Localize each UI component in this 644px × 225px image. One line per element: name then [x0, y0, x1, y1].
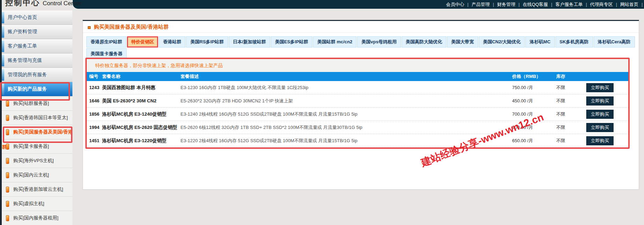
- sidebar-subitem-label: 购买[香港韩国日本等亚太]: [13, 115, 68, 121]
- cell-plan-desc: E3-1240 2核4线程 16G内存 512G SSD或2TB硬盘 100M不…: [181, 111, 502, 117]
- sidebar-subitem-label: 购买[显卡服务器]: [13, 143, 49, 150]
- tab[interactable]: 美国ES多IP站群: [271, 36, 312, 48]
- orange-block-icon: [6, 172, 9, 178]
- top-menu: 会员中心 | 产品管理 | 财务管理 | 在线QQ客服 | 客户服务工单 | 代…: [443, 0, 643, 9]
- square-bullet-icon: [88, 26, 91, 29]
- table-body: 1243 美国西雅图站群 本月特惠 E3-1230 16G内存 1TB硬盘 10…: [87, 81, 628, 147]
- cell-plan-price: 700.00 /月: [502, 111, 551, 117]
- item-accent-bar-icon: [2, 12, 4, 23]
- promo-notice: 特价独立服务器，部分非快速上架，急用请选择快速上架产品: [87, 59, 628, 72]
- cell-plan-id: 1451: [87, 138, 102, 143]
- tab[interactable]: 美国高防大陆优化: [402, 36, 446, 48]
- item-accent-bar-icon: [2, 84, 4, 95]
- cell-action: 立即购买: [586, 123, 628, 132]
- item-accent-bar-icon: [2, 55, 4, 66]
- orange-block-icon: [6, 115, 9, 121]
- top-menu-item[interactable]: 网站首页: [617, 1, 642, 8]
- cell-plan-name: 美国 E5-2630*2 30M CN2: [102, 98, 181, 104]
- sidebar-item-label: 购买新的产品服务: [2, 86, 47, 92]
- sidebar-subitem[interactable]: 购买[国内服务器租用]: [2, 211, 72, 225]
- buy-now-button[interactable]: 立即购买: [586, 96, 614, 106]
- item-accent-bar-icon: [2, 26, 4, 38]
- sidebar-item-label: 账务管理与充值: [2, 57, 42, 64]
- sidebar-item-label: 管理我的所有服务: [2, 72, 47, 78]
- menu-separator: |: [642, 2, 643, 7]
- col-header-name: 套餐名称: [102, 73, 181, 80]
- table-row: 1994 洛杉矶MC机房 E5-2620 固态促销型 E5-2620 6核12线…: [87, 121, 628, 134]
- col-header-id: 编号: [87, 73, 102, 80]
- sidebar-item[interactable]: 客户服务工单: [2, 39, 72, 53]
- orange-block-icon: [6, 201, 9, 207]
- cell-plan-price: 900.00 /月: [502, 124, 551, 131]
- sidebar-subitem[interactable]: 购买[香港韩国日本等亚太]: [2, 111, 72, 125]
- sidebar-subitem-label: 购买[国内云主机]: [13, 172, 49, 178]
- cell-plan-desc: E3-1230 16G内存 1TB硬盘 100M大陆优化 不限流量 1C段253…: [181, 85, 502, 91]
- sidebar-subitem-label: 购买[香港新加坡云主机]: [13, 186, 63, 193]
- tab[interactable]: 香港站群: [159, 36, 185, 48]
- top-menu-item[interactable]: 客户服务工单: [552, 1, 586, 8]
- buy-now-button[interactable]: 立即购买: [586, 110, 614, 119]
- cell-plan-id: 1243: [87, 85, 102, 90]
- sidebar: 用户中心首页 账户资料管理 客户服务工单 账务管理与充值 管理我的所有服务: [2, 10, 72, 225]
- product-tabs: 香港原生IP站群 特价促销区 香港站群 美国RS多IP站群 日本/新加坡站群 美…: [83, 33, 639, 59]
- sidebar-subitem[interactable]: 购买[香港新加坡云主机]: [2, 182, 72, 197]
- tab[interactable]: 美国vps母鸡租用: [357, 36, 401, 48]
- top-menu-item[interactable]: 代理商专区: [587, 1, 616, 8]
- sidebar-subitem-label: 购买[国内服务器租用]: [13, 215, 58, 221]
- orange-block-icon: [6, 129, 9, 135]
- tab[interactable]: 日本/新加坡站群: [229, 36, 270, 48]
- table-row: 1646 美国 E5-2630*2 30M CN2 E5-2630*2 32G内…: [87, 94, 628, 108]
- tab[interactable]: 洛杉矶Cera高防: [594, 36, 635, 48]
- top-menu-item[interactable]: 财务管理: [494, 1, 518, 8]
- sidebar-subitem[interactable]: 购买[国内云主机]: [2, 168, 72, 182]
- tab[interactable]: 美国站群 mc/cn2: [313, 36, 356, 48]
- buy-now-button[interactable]: 立即购买: [586, 136, 614, 145]
- sidebar-subitem[interactable]: 群 购买[显卡服务器]: [2, 139, 72, 154]
- cell-plan-price: 450.00 /月: [502, 98, 551, 104]
- cell-plan-id: 1646: [87, 98, 102, 103]
- tab[interactable]: 美国CN2/大陆优化: [479, 36, 525, 48]
- tab[interactable]: 美国大带宽: [447, 36, 478, 48]
- app-title-cn: 控制中心: [5, 0, 40, 7]
- sidebar-item[interactable]: 账户资料管理: [2, 25, 72, 39]
- tab[interactable]: 洛杉矶MC: [525, 36, 554, 48]
- sidebar-subitem[interactable]: 购买[站群服务器]: [2, 96, 72, 111]
- sidebar-item[interactable]: 用户中心首页: [2, 10, 72, 25]
- sidebar-item[interactable]: 购买新的产品服务: [2, 82, 72, 96]
- item-accent-bar-icon: [2, 69, 4, 81]
- tab[interactable]: 香港原生IP站群: [86, 36, 126, 48]
- tab[interactable]: 美国RS多IP站群: [186, 36, 228, 48]
- cell-plan-stock: 不限: [551, 98, 586, 104]
- cell-plan-id: 1994: [87, 125, 102, 130]
- sidebar-item[interactable]: 账务管理与充值: [2, 53, 72, 68]
- sidebar-subitem-label: 购买[美国服务器及美国/香港站: [13, 129, 72, 135]
- top-menu-item[interactable]: 产品管理: [468, 1, 493, 8]
- sidebar-item-label: 账户资料管理: [2, 29, 37, 35]
- sidebar-subitem[interactable]: 购买[虚拟主机]: [2, 197, 72, 211]
- cell-plan-name: 美国西雅图站群 本月特惠: [102, 85, 181, 91]
- table-header: 编号 套餐名称 套餐描述 价格（RMB） 库存: [87, 72, 628, 81]
- tab[interactable]: 特价促销区: [127, 36, 158, 48]
- top-bar: 会员中心 | 产品管理 | 财务管理 | 在线QQ客服 | 客户服务工单 | 代…: [73, 0, 644, 9]
- tab[interactable]: SK多机房高防: [555, 36, 593, 48]
- wrapped-label-overflow: 群: [2, 144, 7, 150]
- buy-now-button[interactable]: 立即购买: [586, 83, 614, 92]
- table-row: 1856 洛杉矶MC机房 E3-1240促销型 E3-1240 2核4线程 16…: [87, 108, 628, 121]
- table-row: 1451 洛杉矶MC机房 E3-1220促销型 E3-1220 2核4线程 16…: [87, 134, 628, 147]
- sidebar-subitem[interactable]: 购买[海外VPS主机]: [2, 154, 72, 168]
- sidebar-subitem[interactable]: 购买[美国服务器及美国/香港站: [2, 125, 72, 139]
- app-title-en: Control Center: [43, 0, 82, 7]
- sidebar-item[interactable]: 管理我的所有服务: [2, 68, 72, 82]
- app-title: 控制中心Control Center: [5, 0, 82, 8]
- buy-now-button[interactable]: 立即购买: [586, 123, 614, 132]
- top-menu-item[interactable]: 会员中心: [443, 1, 467, 8]
- cell-plan-desc: E5-2620 6核12线程 32G内存 1TB SSD+ 2TB SSD*2 …: [181, 124, 502, 131]
- cell-plan-price: 650.00 /月: [502, 138, 551, 144]
- cell-action: 立即购买: [586, 110, 628, 119]
- cell-action: 立即购买: [586, 96, 628, 106]
- cell-plan-price: 750.00 /月: [502, 85, 551, 91]
- top-menu-item[interactable]: 在线QQ客服: [519, 1, 551, 8]
- sidebar-item-label: 用户中心首页: [2, 14, 37, 21]
- orange-block-icon: [6, 101, 9, 107]
- col-header-desc: 套餐描述: [181, 73, 502, 80]
